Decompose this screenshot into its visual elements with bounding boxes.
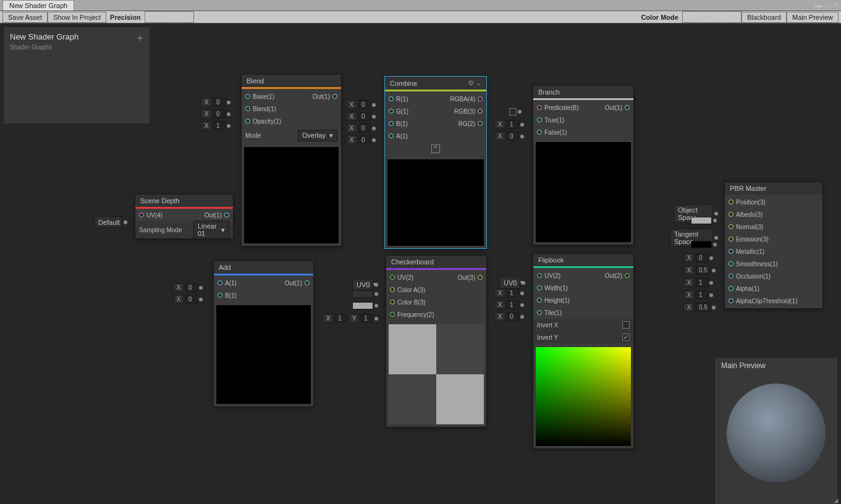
node-pbr-master[interactable]: PBR Master Position(3) Albedo(3) Normal(… xyxy=(724,182,823,309)
ext-input[interactable] xyxy=(691,217,717,224)
node-flipbook[interactable]: Flipbook UV(2) Out(2) Width(1) Height(1)… xyxy=(533,253,634,449)
precision-dropdown[interactable]: Float▾ xyxy=(145,11,194,23)
main-preview-panel[interactable]: Main Preview ◢ xyxy=(714,357,838,504)
mode-dropdown[interactable]: Overlay▾ xyxy=(298,130,337,141)
minimize-icon[interactable]: ▬ xyxy=(815,1,822,9)
ext-input[interactable] xyxy=(691,241,717,248)
node-blend[interactable]: Blend Base(1) Out(1) Blend(1) Opacity(1)… xyxy=(241,74,342,246)
input-port[interactable] xyxy=(729,249,733,254)
node-combine[interactable]: Combine ⚙ ⌄ R(1) RGBA(4) G(1) RGB(3) B(1… xyxy=(384,76,487,249)
output-port[interactable] xyxy=(478,275,483,280)
save-asset-button[interactable]: Save Asset xyxy=(2,12,48,23)
node-branch[interactable]: Branch Predicate(B) Out(1) True(1) False… xyxy=(533,85,634,245)
input-port[interactable] xyxy=(389,109,394,114)
ext-input[interactable]: UV0▾ xyxy=(352,279,378,290)
ext-input[interactable]: X1 Y1 xyxy=(323,314,378,323)
input-port[interactable] xyxy=(218,293,222,298)
input-port[interactable] xyxy=(537,310,542,315)
output-port[interactable] xyxy=(478,121,483,126)
input-port[interactable] xyxy=(729,261,733,266)
input-port[interactable] xyxy=(390,275,395,280)
ext-input[interactable]: UV0▾ xyxy=(499,277,525,288)
output-port[interactable] xyxy=(478,109,483,114)
ext-input[interactable]: X1 xyxy=(494,300,524,309)
invert-x-checkbox[interactable] xyxy=(622,321,630,329)
preview-sphere[interactable] xyxy=(727,384,826,482)
ext-input[interactable]: X0 xyxy=(494,132,524,141)
input-port[interactable] xyxy=(537,285,542,290)
output-port[interactable] xyxy=(305,280,310,285)
maximize-icon[interactable]: ▢ xyxy=(824,1,830,9)
blackboard-toggle-button[interactable]: Blackboard xyxy=(742,12,787,23)
ext-input[interactable]: X0 xyxy=(346,112,376,121)
input-port[interactable] xyxy=(729,200,733,204)
input-port[interactable] xyxy=(245,106,250,111)
ext-input[interactable]: X1 xyxy=(683,290,713,300)
input-port[interactable] xyxy=(729,237,733,242)
ext-input[interactable]: X0 xyxy=(494,312,524,321)
close-icon[interactable]: ✕ xyxy=(833,1,839,9)
ext-input[interactable]: X0 xyxy=(683,253,713,262)
input-port[interactable] xyxy=(389,121,394,126)
ext-input[interactable]: X0.5 xyxy=(683,303,716,312)
output-port[interactable] xyxy=(478,96,483,101)
output-port[interactable] xyxy=(224,212,229,217)
input-port[interactable] xyxy=(389,96,394,101)
input-port[interactable] xyxy=(537,130,542,135)
canvas-resize-icon[interactable]: ◢ xyxy=(834,497,840,503)
input-port[interactable] xyxy=(729,298,733,303)
ext-input[interactable]: X1 xyxy=(494,120,524,129)
input-port[interactable] xyxy=(390,300,395,304)
checkbox[interactable] xyxy=(509,108,517,116)
input-port[interactable] xyxy=(537,105,542,110)
input-port[interactable] xyxy=(245,119,250,124)
node-title: Combine xyxy=(390,80,417,87)
input-port[interactable] xyxy=(729,274,733,279)
ext-input[interactable]: X0 xyxy=(346,135,376,145)
input-port[interactable] xyxy=(389,133,394,138)
invert-y-checkbox[interactable]: ✓ xyxy=(622,334,630,341)
ext-input[interactable] xyxy=(509,108,522,116)
ext-input[interactable]: X0 xyxy=(201,98,230,107)
add-property-button[interactable]: + xyxy=(137,32,143,45)
show-in-project-button[interactable]: Show In Project xyxy=(48,12,106,23)
ext-input[interactable]: X0 xyxy=(201,109,230,119)
ext-input[interactable]: Default▾ xyxy=(94,216,127,228)
input-port[interactable] xyxy=(537,273,542,278)
ext-input[interactable]: X0 xyxy=(346,100,376,109)
node-add[interactable]: Add A(1) Out(1) B(1) xyxy=(213,261,314,407)
node-checkerboard[interactable]: Checkerboard UV(2) Out(3) Color A(3) Col… xyxy=(386,255,487,427)
window-tab[interactable]: New Shader Graph xyxy=(2,0,74,10)
input-port[interactable] xyxy=(390,312,395,317)
ext-input[interactable]: X0.5 xyxy=(683,266,716,275)
input-port[interactable] xyxy=(245,94,250,99)
output-port[interactable] xyxy=(625,105,630,110)
blackboard-panel[interactable]: New Shader Graph Shader Graphs + xyxy=(3,27,150,124)
ext-input[interactable]: X1 xyxy=(201,121,230,130)
ext-input[interactable]: X0 xyxy=(346,124,376,133)
sampling-mode-dropdown[interactable]: Linear 01▾ xyxy=(193,220,229,239)
graph-canvas[interactable]: New Shader Graph Shader Graphs + Blend B… xyxy=(0,23,841,504)
ext-input[interactable]: X0 xyxy=(173,295,203,304)
ext-input[interactable]: X1 xyxy=(683,278,713,287)
input-port[interactable] xyxy=(729,212,733,217)
color-mode-dropdown[interactable]: Category▾ xyxy=(682,11,742,23)
collapse-preview-button[interactable]: ⌃ xyxy=(431,145,440,153)
input-port[interactable] xyxy=(139,212,144,217)
input-port[interactable] xyxy=(218,280,222,285)
ext-input[interactable]: X0 xyxy=(173,283,203,292)
input-port[interactable] xyxy=(537,298,542,303)
main-preview-toggle-button[interactable]: Main Preview xyxy=(787,12,839,23)
input-port[interactable] xyxy=(390,287,395,292)
input-port[interactable] xyxy=(729,224,733,229)
input-port[interactable] xyxy=(537,117,542,122)
output-port[interactable] xyxy=(625,273,630,278)
input-port[interactable] xyxy=(729,286,733,291)
output-port[interactable] xyxy=(332,94,337,99)
chevron-down-icon[interactable]: ⌄ xyxy=(476,79,481,86)
node-scene-depth[interactable]: Scene Depth UV(4) Out(1) Sampling Mode L… xyxy=(135,194,234,239)
ext-input[interactable]: X1 xyxy=(494,288,524,298)
gear-icon[interactable]: ⚙ xyxy=(468,79,474,86)
ext-input[interactable] xyxy=(352,290,378,298)
ext-input[interactable] xyxy=(352,302,378,309)
